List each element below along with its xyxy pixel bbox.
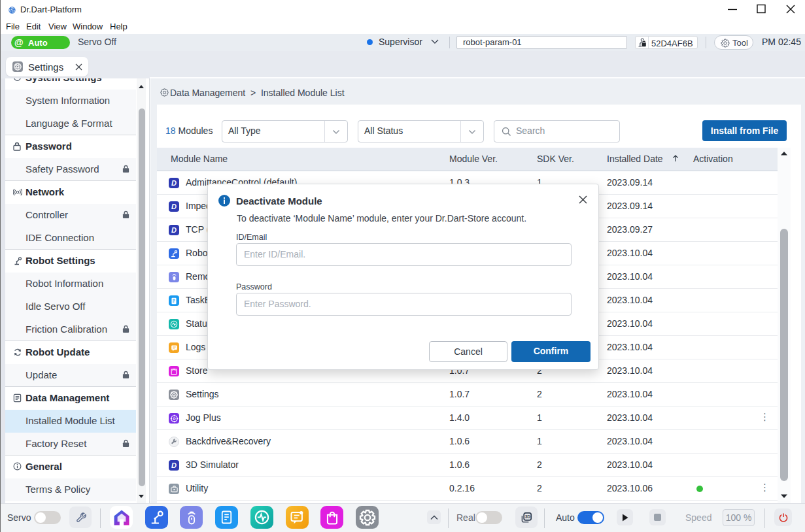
svg-text:3D: 3D xyxy=(525,514,531,519)
